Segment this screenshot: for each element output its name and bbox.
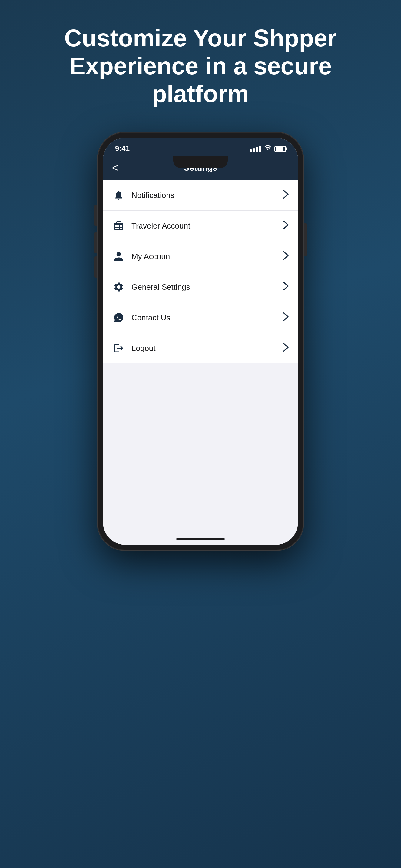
settings-item-general-settings[interactable]: General Settings xyxy=(103,272,298,303)
traveler-account-label: Traveler Account xyxy=(131,221,283,230)
phone-notch xyxy=(173,156,228,168)
chevron-notifications xyxy=(283,190,289,200)
status-bar: 9:41 xyxy=(103,137,298,156)
person-icon xyxy=(112,250,125,263)
my-account-label: My Account xyxy=(131,252,283,261)
back-button[interactable]: < xyxy=(112,161,127,174)
settings-item-logout[interactable]: Logout xyxy=(103,333,298,363)
phone-mockup: 9:41 xyxy=(98,132,303,550)
phone-shell: 9:41 xyxy=(98,132,303,550)
settings-item-contact-us[interactable]: Contact Us xyxy=(103,303,298,333)
settings-item-traveler-account[interactable]: Traveler Account xyxy=(103,211,298,241)
wifi-icon xyxy=(264,145,271,153)
home-indicator xyxy=(176,538,225,540)
signal-icon xyxy=(250,146,261,152)
battery-icon xyxy=(274,146,286,152)
logout-label: Logout xyxy=(131,344,283,353)
page-headline: Customize Your Shpper Experience in a se… xyxy=(34,0,367,108)
logout-icon xyxy=(112,342,125,355)
chevron-traveler-account xyxy=(283,221,289,231)
contact-us-label: Contact Us xyxy=(131,313,283,322)
briefcase-icon xyxy=(112,219,125,232)
notifications-label: Notifications xyxy=(131,191,283,200)
phone-screen: 9:41 xyxy=(103,137,298,545)
chevron-contact-us xyxy=(283,312,289,323)
chevron-my-account xyxy=(283,251,289,262)
general-settings-label: General Settings xyxy=(131,282,283,292)
whatsapp-icon xyxy=(112,311,125,324)
gear-icon xyxy=(112,280,125,294)
status-icons xyxy=(250,145,286,153)
chevron-general-settings xyxy=(283,282,289,292)
bell-icon xyxy=(112,188,125,202)
settings-item-my-account[interactable]: My Account xyxy=(103,241,298,272)
status-time: 9:41 xyxy=(115,144,130,153)
settings-list: Notifications Traveler Account xyxy=(103,180,298,363)
chevron-logout xyxy=(283,343,289,354)
settings-item-notifications[interactable]: Notifications xyxy=(103,180,298,211)
